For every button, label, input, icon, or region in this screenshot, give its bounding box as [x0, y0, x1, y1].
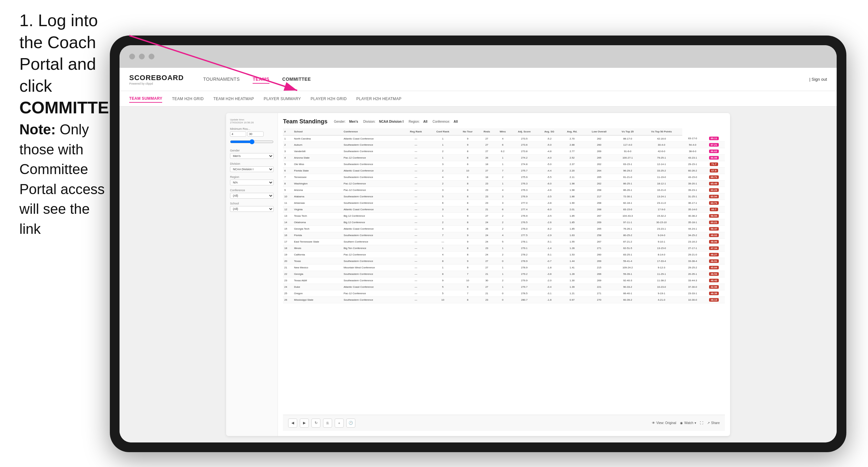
conference-select[interactable]: (All) [230, 193, 274, 198]
table-card: Update time: 27/03/2024 16:56:26 Minimum… [226, 113, 730, 436]
table-cell: 8 [457, 226, 479, 232]
table-cell: 7 [495, 167, 510, 174]
nav-tournaments[interactable]: TOURNAMENTS [203, 75, 240, 84]
toolbar-copy-btn[interactable]: ⎘ [323, 418, 332, 428]
table-row: 11ArkansasSoutheastern Conference—682332… [283, 200, 725, 206]
table-cell: — [403, 232, 429, 239]
table-cell: 269 [584, 277, 615, 284]
division-select[interactable]: NCAA Division I [230, 166, 274, 172]
table-cell: 42-16-0 [641, 135, 682, 142]
toolbar-plus-btn[interactable]: + [335, 418, 344, 428]
col-vs-top50: Vs Top 50 Points [641, 128, 682, 135]
table-cell: 23 [479, 245, 495, 252]
table-cell: 276.0 [510, 226, 538, 232]
table-cell: 27 [479, 284, 495, 290]
toolbar-clock-btn[interactable]: 🕐 [346, 418, 355, 428]
table-cell: 15-32-2 [641, 213, 682, 219]
table-cell: Tennessee [293, 174, 342, 181]
table-cell: 1.41 [560, 264, 584, 271]
table-cell: 2 [283, 142, 293, 148]
table-cell: 268 [584, 206, 615, 213]
sub-nav-player-h2h-grid[interactable]: PLAYER H2H GRID [310, 95, 347, 102]
table-row: 16FloridaSoutheastern Conference—7924427… [283, 232, 725, 239]
table-cell: 2.11 [560, 174, 584, 181]
table-cell: 265 [584, 226, 615, 232]
table-cell: 268 [584, 200, 615, 206]
min-rou-min-input[interactable] [230, 131, 246, 136]
table-cell: 271 [584, 290, 615, 297]
table-cell: Pac-12 Conference [342, 155, 403, 161]
table-cell: 39-23-1 [682, 187, 703, 193]
instruction-area: 1. Log into the Coach Portal and click C… [20, 10, 110, 119]
table-cell: -5.2 [538, 135, 561, 142]
min-rou-max-input[interactable] [247, 131, 264, 136]
table-cell: 6 [495, 206, 510, 213]
table-cell: 48.06 [703, 239, 725, 245]
table-cell: 1 [429, 155, 457, 161]
table-cell: 262 [584, 161, 615, 167]
table-cell: 7 [457, 271, 479, 277]
browser-chrome [120, 45, 837, 68]
table-cell: 2 [495, 252, 510, 258]
table-cell: East Tennessee State [293, 239, 342, 245]
table-cell: 15 [283, 226, 293, 232]
fullscreen-btn[interactable]: ⛶ [700, 421, 703, 425]
table-cell: 17-9-0 [641, 206, 682, 213]
table-cell: 273.8 [510, 148, 538, 155]
toolbar-refresh-btn[interactable]: ↻ [311, 418, 320, 428]
school-select[interactable]: (All) [230, 206, 274, 212]
table-cell: Southern Conference [342, 239, 403, 245]
table-cell: 44-24-1 [682, 226, 703, 232]
table-cell: 10 [457, 277, 479, 284]
table-cell: 76-26-1 [614, 226, 641, 232]
table-cell: 1.39 [560, 284, 584, 290]
table-cell: 60.23 [703, 187, 725, 193]
table-cell: 2 [495, 277, 510, 284]
table-cell: 8 [429, 271, 457, 277]
toolbar-back-btn[interactable]: ◀ [288, 418, 297, 428]
watch-btn[interactable]: ◉ Watch ▾ [680, 421, 696, 425]
col-school: School [293, 128, 342, 135]
table-cell: 48.27 [703, 252, 725, 258]
table-cell: 2 [495, 219, 510, 226]
eye-icon: 👁 [652, 421, 655, 425]
table-cell: -4.6 [538, 187, 561, 193]
min-rou-slider[interactable] [230, 139, 274, 144]
table-cell: 59-39-1 [614, 271, 641, 277]
table-cell: 2 [429, 219, 457, 226]
gender-select[interactable]: Men's [230, 153, 274, 159]
table-cell: 6 [283, 167, 293, 174]
sign-out-button[interactable]: | Sign out [809, 77, 827, 82]
table-row: 17East Tennessee StateSouthern Conferenc… [283, 239, 725, 245]
sub-nav-player-summary[interactable]: PLAYER SUMMARY [264, 95, 301, 102]
table-cell: 8 [457, 155, 479, 161]
table-cell: 27 [479, 135, 495, 142]
table-cell: 11-38-2 [641, 277, 682, 284]
table-row: 26Mississippi StateSoutheastern Conferen… [283, 297, 725, 303]
share-btn[interactable]: ↗ Share [707, 421, 720, 425]
table-cell: — [403, 148, 429, 155]
table-cell: 9-10-1 [641, 239, 682, 245]
table-cell: Washington [293, 181, 342, 187]
table-cell: 21 [479, 290, 495, 297]
table-cell: -5.0 [538, 142, 561, 148]
toolbar-forward-btn[interactable]: ▶ [300, 418, 309, 428]
nav-teams[interactable]: TEAMS [253, 75, 270, 84]
sub-nav-team-summary[interactable]: TEAM SUMMARY [129, 95, 162, 103]
table-cell: 92-40-3 [614, 277, 641, 284]
view-original-btn[interactable]: 👁 View: Original [652, 421, 676, 425]
table-header-row: Team Standings Gender: Men's Division: N… [283, 118, 725, 125]
table-cell: 7 [429, 232, 457, 239]
table-cell: 9 [457, 232, 479, 239]
table-cell: -3.8 [538, 200, 561, 206]
sub-nav-player-h2h-heatmap[interactable]: PLAYER H2H HEATMAP [356, 95, 402, 102]
table-cell: 27 [479, 148, 495, 155]
table-cell: 24 [479, 239, 495, 245]
table-cell: 24 [283, 284, 293, 290]
sub-nav-team-h2h-heatmap[interactable]: TEAM H2H HEATMAP [213, 95, 254, 102]
region-select[interactable]: N/A [230, 180, 274, 185]
table-cell: 58.47 [703, 226, 725, 232]
sub-nav-team-h2h-grid[interactable]: TEAM H2H GRID [172, 95, 204, 102]
nav-committee[interactable]: COMMITTEE [282, 75, 311, 84]
table-scroll-container[interactable]: # School Conference Reg Rank Conf Rank N… [283, 128, 725, 415]
